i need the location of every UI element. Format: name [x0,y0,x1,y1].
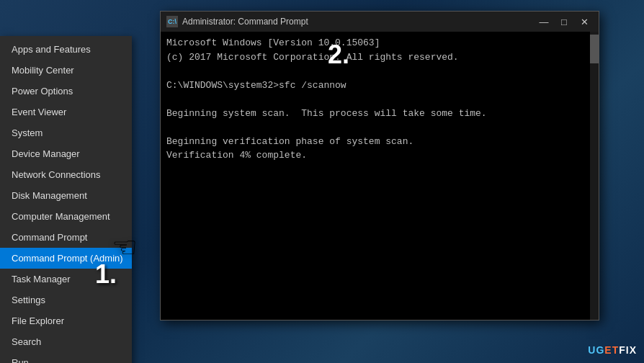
cmd-app-icon: C:\ [166,16,178,27]
menu-item-event-viewer[interactable]: Event Viewer [0,102,132,122]
step-1-label: 1. [95,259,117,290]
cursor-hand-1: ☞ [112,230,138,264]
menu-item-mobility[interactable]: Mobility Center [0,60,132,81]
cmd-window-title: Administrator: Command Prompt [182,17,308,27]
cmd-line-3 [166,64,593,79]
step-2-label: 2. [328,40,349,70]
cmd-line-4: C:\WINDOWS\system32>sfc /scannow [166,79,593,93]
scrollbar-thumb[interactable] [590,35,599,63]
cmd-line-1: Microsoft Windows [Version 10.0.15063] [166,36,593,50]
menu-item-apps[interactable]: Apps and Features [0,39,132,60]
cmd-line-2: (c) 2017 Microsoft Corporation. All righ… [166,50,593,65]
titlebar-left: C:\ Administrator: Command Prompt [166,16,308,27]
logo-et: ET [604,344,619,356]
cmd-titlebar: C:\ Administrator: Command Prompt — □ ✕ [161,12,599,32]
scrollbar[interactable] [590,32,599,320]
minimize-button[interactable]: — [535,15,553,28]
cmd-line-6: Beginning system scan. This process will… [166,107,593,121]
cmd-line-7 [166,120,593,135]
maximize-button[interactable]: □ [555,15,573,28]
logo-ug: UG [588,344,604,356]
logo: UGETFIX [588,344,637,356]
logo-fix: FIX [619,344,637,356]
close-button[interactable]: ✕ [576,15,593,28]
menu-item-computer-mgmt[interactable]: Computer Management [0,206,132,227]
window-controls: — □ ✕ [535,15,593,28]
menu-item-settings[interactable]: Settings [0,290,132,310]
menu-item-file-explorer[interactable]: File Explorer [0,310,132,331]
cmd-body: Microsoft Windows [Version 10.0.15063] (… [161,32,599,320]
cmd-line-9: Verification 4% complete. [166,148,593,163]
menu-item-disk-mgmt[interactable]: Disk Management [0,185,132,206]
menu-item-device-manager[interactable]: Device Manager [0,143,132,164]
menu-item-power[interactable]: Power Options [0,81,132,102]
menu-item-search[interactable]: Search [0,331,132,352]
menu-item-network[interactable]: Network Connections [0,164,132,185]
menu-item-run[interactable]: Run [0,352,132,363]
cursor-hand-2: ☞ [295,50,328,92]
cmd-line-5 [166,92,593,107]
menu-item-system[interactable]: System [0,122,132,143]
desktop: Apps and Features Mobility Center Power … [0,0,644,363]
cmd-window: C:\ Administrator: Command Prompt — □ ✕ … [160,11,599,321]
cmd-line-8: Beginning verification phase of system s… [166,135,593,149]
context-menu: Apps and Features Mobility Center Power … [0,36,132,363]
